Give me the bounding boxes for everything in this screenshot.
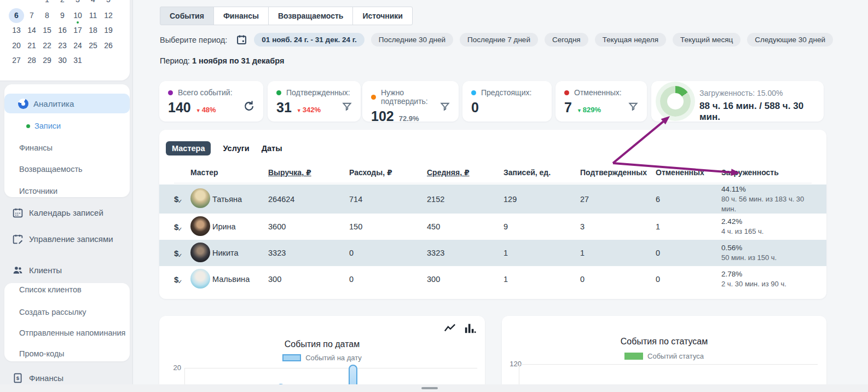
stat-card-confirmed: Подтвержденных: 31 ▼342% [268, 81, 361, 122]
horizontal-scrollbar-thumb[interactable] [421, 387, 438, 389]
mini-calendar: 1 2 3 4 5 6 7 8 9 10 11 12 13 14 15 16 1… [0, 0, 130, 80]
avatar [190, 188, 210, 208]
filter-icon[interactable] [342, 101, 352, 114]
sidebar-item-zapisi[interactable]: Записи [26, 120, 61, 131]
filter-icon[interactable] [439, 101, 450, 114]
table-row[interactable]: $✓ Никита 3323 0 3323 1 1 0 0.56%50 мин.… [159, 240, 826, 266]
calendar-icon[interactable] [236, 34, 247, 45]
chip-last-7-days[interactable]: Последние 7 дней [460, 33, 538, 47]
table-row[interactable]: $✓ Мальвина 300 0 300 1 0 0 2.78%2 ч. 30… [159, 266, 826, 292]
filter-icon[interactable] [628, 101, 639, 114]
status-dot [371, 95, 376, 100]
calendar-day[interactable]: 15 [39, 23, 55, 38]
calendar-day[interactable]: 28 [24, 53, 39, 68]
cell-expenses: 0 [349, 249, 427, 257]
calendar-day[interactable]: 7 [24, 8, 39, 23]
stat-label: Всего событий: [178, 88, 233, 97]
table-tab-uslugi[interactable]: Услуги [223, 144, 249, 153]
report-tabs: События Финансы Возвращаемость Источники [160, 7, 413, 25]
cell-confirmed: 3 [580, 222, 656, 231]
calendar-day[interactable]: 18 [85, 23, 101, 38]
calendar-day[interactable]: 30 [55, 53, 70, 68]
load-donut-chart [660, 86, 691, 117]
sidebar-item-calendar-zapisei[interactable]: Календарь записей [12, 207, 103, 218]
table-tab-mastera[interactable]: Мастера [166, 141, 211, 155]
calendar-day[interactable]: 19 [101, 23, 116, 38]
chart-legend[interactable]: Событий на дату [159, 354, 485, 362]
tab-istochniki[interactable]: Источники [352, 7, 413, 25]
calendar-day[interactable]: 3 [70, 0, 85, 7]
calendar-day-marked[interactable]: 10 [70, 8, 85, 23]
calendar-day[interactable]: 17 [70, 23, 85, 38]
column-header-average[interactable]: Средняя, ₽ [427, 168, 504, 177]
calendar-day[interactable]: 26 [101, 38, 116, 53]
calendar-day[interactable]: 23 [55, 38, 70, 53]
sidebar-item-upravlenie[interactable]: Управление записями [12, 233, 113, 245]
tab-finansy[interactable]: Финансы [213, 7, 269, 25]
calendar-day[interactable]: 16 [55, 23, 70, 38]
stat-card-total-events: Всего событий: 140 ▼48% [159, 81, 263, 122]
calendar-day[interactable]: 24 [70, 38, 85, 53]
sidebar-item-napominaniya[interactable]: Отправленные напоминания [19, 327, 125, 338]
stat-value: 102 [371, 108, 394, 124]
chip-next-30-days[interactable]: Следующие 30 дней [747, 33, 833, 47]
avatar [190, 243, 210, 262]
period-selector: Выберите период: 01 нояб. 24 г. - 31 дек… [160, 33, 833, 47]
sidebar-item-finansy[interactable]: $ Финансы [12, 372, 63, 384]
table-row[interactable]: $✓ Татьяна 264624 714 2152 129 27 6 44.1… [159, 185, 826, 214]
calendar-day[interactable]: 1 [39, 0, 55, 7]
people-icon [12, 264, 24, 276]
cell-cancelled: 1 [656, 222, 721, 231]
line-chart-icon[interactable] [444, 322, 456, 333]
sidebar-item-sozdat-rassylku[interactable]: Создать рассылку [19, 307, 86, 318]
calendar-day[interactable]: 5 [101, 0, 116, 7]
calendar-day[interactable]: 29 [39, 53, 55, 68]
calendar-day[interactable]: 14 [24, 23, 39, 38]
status-dot [471, 90, 476, 95]
calendar-day[interactable]: 21 [24, 38, 39, 53]
calendar-day[interactable]: 2 [55, 0, 70, 7]
chip-current-week[interactable]: Текущая неделя [595, 33, 666, 47]
sidebar-item-istochniki[interactable]: Источники [19, 186, 57, 197]
column-header-expenses: Расходы, ₽ [349, 168, 427, 177]
calendar-day[interactable]: 20 [9, 38, 24, 53]
ruble-check-icon: $✓ [174, 275, 178, 284]
chip-current-month[interactable]: Текущий месяц [673, 33, 740, 47]
calendar-day[interactable]: 31 [70, 53, 85, 68]
chart-legend[interactable]: Событий статуса [502, 352, 826, 360]
sidebar-item-spisok-klientov[interactable]: Список клиентов [19, 284, 82, 295]
chip-today[interactable]: Сегодня [545, 33, 588, 47]
calendar-day[interactable]: 13 [9, 23, 24, 38]
cell-average: 300 [427, 275, 504, 284]
sidebar-item-analytics[interactable]: Аналитика [4, 94, 130, 113]
chip-last-30-days[interactable]: Последние 30 дней [371, 33, 453, 47]
calendar-day[interactable]: 8 [39, 8, 55, 23]
tab-vozvrashchaemost[interactable]: Возвращаемость [268, 7, 354, 25]
calendar-day[interactable]: 25 [85, 38, 101, 53]
chart-title: События по датам [159, 339, 485, 349]
calendar-day[interactable]: 27 [9, 53, 24, 68]
column-header-revenue[interactable]: Выручка, ₽ [268, 168, 349, 177]
calendar-day[interactable]: 12 [101, 8, 116, 23]
sidebar-item-vozvrashchaemost[interactable]: Возвращаемость [19, 164, 83, 175]
sidebar-item-promo-kody[interactable]: Промо-коды [19, 348, 65, 359]
stat-delta: 72.9% [399, 114, 419, 123]
status-dot [276, 90, 281, 95]
master-name: Ирина [212, 222, 268, 231]
sidebar-item-finansy-sub[interactable]: Финансы [19, 142, 53, 153]
calendar-day[interactable]: 11 [85, 8, 101, 23]
table-row[interactable]: $✓ Ирина 3600 150 450 9 3 1 2.42%4 ч. из… [159, 214, 826, 240]
date-range-chip[interactable]: 01 нояб. 24 г. - 31 дек. 24 г. [254, 33, 364, 47]
calendar-day[interactable]: 22 [39, 38, 55, 53]
calendar-day[interactable]: 9 [55, 8, 70, 23]
refresh-icon[interactable] [243, 100, 255, 114]
stat-card-load: Загруженность: 15.00% 88 ч. 16 мин. / 58… [651, 81, 824, 122]
table-tab-daty[interactable]: Даты [262, 144, 282, 153]
cell-average: 2152 [427, 195, 504, 204]
sidebar-item-klienty[interactable]: Клиенты [12, 264, 62, 276]
bar-chart-icon[interactable] [464, 322, 476, 333]
cell-records: 129 [504, 195, 580, 204]
calendar-day[interactable]: 4 [85, 0, 101, 7]
tab-sobytiya[interactable]: События [160, 7, 214, 25]
calendar-day-selected[interactable]: 6 [9, 8, 24, 23]
